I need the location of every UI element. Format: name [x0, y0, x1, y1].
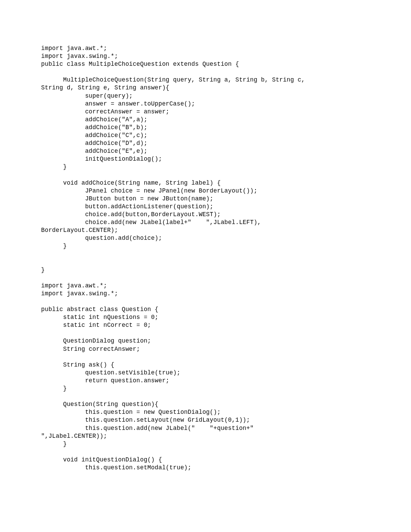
- code-line: addChoice("A",a);: [41, 116, 370, 124]
- code-line: button.addActionListener(question);: [41, 203, 370, 211]
- code-line: [41, 353, 370, 361]
- code-line: }: [41, 163, 370, 171]
- code-line: choice.add(button,BorderLayout.WEST);: [41, 211, 370, 219]
- code-line: void initQuestionDialog() {: [41, 456, 370, 464]
- code-line: import javax.swing.*;: [41, 290, 370, 298]
- code-line: }: [41, 242, 370, 250]
- code-line: return question.answer;: [41, 377, 370, 385]
- code-line: [41, 274, 370, 282]
- code-line: public abstract class Question {: [41, 306, 370, 313]
- code-line: static int nCorrect = 0;: [41, 321, 370, 329]
- code-line: void addChoice(String name, String label…: [41, 179, 370, 187]
- code-line: String ask() {: [41, 361, 370, 369]
- code-line: BorderLayout.CENTER);: [41, 226, 370, 234]
- code-line: initQuestionDialog();: [41, 155, 370, 163]
- code-line: [41, 171, 370, 179]
- code-line: this.question.add(new JLabel(" "+questio…: [41, 424, 370, 432]
- code-line: public class MultipleChoiceQuestion exte…: [41, 60, 370, 68]
- code-line: }: [41, 385, 370, 393]
- code-line: String d, String e, String answer){: [41, 84, 370, 92]
- code-line: addChoice("E",e);: [41, 147, 370, 155]
- code-line: this.question.setLayout(new GridLayout(0…: [41, 416, 370, 424]
- code-line: addChoice("C",c);: [41, 132, 370, 139]
- code-document: import java.awt.*;import javax.swing.*;p…: [0, 0, 411, 506]
- code-line: import java.awt.*;: [41, 282, 370, 290]
- code-line: }: [41, 266, 370, 274]
- code-line: [41, 448, 370, 456]
- code-line: JButton button = new JButton(name);: [41, 195, 370, 203]
- code-line: [41, 329, 370, 337]
- code-line: super(query);: [41, 92, 370, 100]
- code-line: static int nQuestions = 0;: [41, 313, 370, 321]
- code-line: correctAnswer = answer;: [41, 108, 370, 116]
- code-line: MultipleChoiceQuestion(String query, Str…: [41, 76, 370, 84]
- code-line: [41, 298, 370, 306]
- code-line: [41, 393, 370, 400]
- code-line: ",JLabel.CENTER));: [41, 432, 370, 440]
- code-line: String correctAnswer;: [41, 345, 370, 353]
- code-line: this.question = new QuestionDialog();: [41, 408, 370, 416]
- code-line: Question(String question){: [41, 400, 370, 408]
- code-line: import javax.swing.*;: [41, 52, 370, 60]
- code-line: question.setVisible(true);: [41, 369, 370, 377]
- code-block: import java.awt.*;import javax.swing.*;p…: [41, 45, 370, 472]
- code-line: QuestionDialog question;: [41, 337, 370, 345]
- code-line: this.question.setModal(true);: [41, 464, 370, 472]
- code-line: JPanel choice = new JPanel(new BorderLay…: [41, 187, 370, 195]
- code-line: question.add(choice);: [41, 234, 370, 242]
- code-line: }: [41, 440, 370, 448]
- code-line: [41, 68, 370, 76]
- code-line: import java.awt.*;: [41, 45, 370, 52]
- code-line: answer = answer.toUpperCase();: [41, 100, 370, 108]
- code-line: [41, 258, 370, 266]
- code-line: addChoice("B",b);: [41, 124, 370, 132]
- code-line: choice.add(new JLabel(label+" ",JLabel.L…: [41, 219, 370, 226]
- code-line: addChoice("D",d);: [41, 139, 370, 147]
- code-line: [41, 250, 370, 258]
